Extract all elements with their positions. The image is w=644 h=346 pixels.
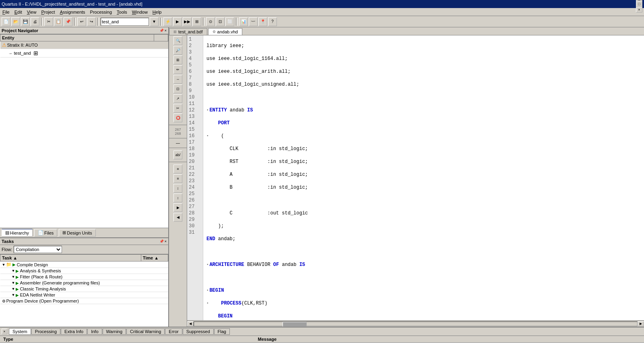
files-icon: 📄: [38, 230, 43, 235]
bottom-tab-error[interactable]: Error: [165, 328, 182, 335]
menu-window[interactable]: Window: [130, 9, 150, 15]
horizontal-scrollbar[interactable]: ◀ ▶: [187, 320, 644, 327]
sidebar-btn-6[interactable]: ⊡: [173, 84, 182, 93]
menu-assignments[interactable]: Assignments: [58, 9, 88, 15]
tech-btn[interactable]: ⊡: [216, 17, 225, 26]
chip-btn[interactable]: ⬜: [225, 17, 234, 26]
code-text[interactable]: library ieee; use ieee.std_logic_1164.al…: [203, 35, 644, 320]
fold-icon-21[interactable]: ▪: [206, 300, 208, 307]
sidebar-btn-14[interactable]: ↕: [173, 194, 182, 202]
tasks-close-btn[interactable]: ×: [165, 239, 167, 243]
flow-select[interactable]: Compilation: [14, 246, 62, 253]
scroll-left-btn[interactable]: ◀: [187, 321, 194, 326]
timing-btn[interactable]: 📊: [239, 17, 248, 26]
fold-icon-8[interactable]: ▪: [206, 133, 208, 139]
redo-btn[interactable]: ↪: [87, 17, 96, 26]
bottom-tab-warning[interactable]: Warning: [103, 328, 126, 335]
sidebar-btn-11[interactable]: ≡: [173, 165, 182, 173]
nav-col-entity: Entity: [0, 35, 154, 41]
analyze-btn[interactable]: ▶: [173, 17, 182, 26]
menu-file[interactable]: File: [0, 9, 12, 15]
copy-btn[interactable]: 📋: [54, 17, 63, 26]
tab-andab-vhd[interactable]: ⚙ andab.vhd: [208, 28, 242, 35]
sidebar-btn-5[interactable]: ↔: [173, 75, 182, 84]
bottom-tab-flag[interactable]: Flag: [214, 328, 230, 335]
menu-view[interactable]: View: [25, 9, 39, 15]
paste-btn[interactable]: 📌: [64, 17, 72, 26]
search-input[interactable]: test_and: [101, 18, 149, 26]
sep6: [236, 18, 237, 26]
tasks-pin-btn[interactable]: 📌: [159, 239, 164, 243]
pin-btn[interactable]: 📍: [258, 17, 267, 26]
task-compile-label: Compile Design: [17, 262, 48, 267]
code-line-8: ▪ (: [206, 133, 641, 139]
undo-btn[interactable]: ↩: [77, 17, 86, 26]
toolbar-dropdown-btn[interactable]: ▼: [150, 17, 159, 26]
sidebar-btn-10[interactable]: ab/: [173, 150, 182, 159]
sep1: [41, 18, 43, 26]
tab-test-and-bdf[interactable]: ⊞ test_and.bdf: [169, 28, 207, 35]
sidebar-btn-16[interactable]: ◀: [173, 213, 182, 222]
menu-tools[interactable]: Tools: [114, 9, 130, 15]
menu-edit[interactable]: Edit: [12, 9, 25, 15]
code-line-3: use ieee.std_logic_arith.all;: [206, 68, 641, 75]
menu-project[interactable]: Project: [39, 9, 57, 15]
fold-icon-18[interactable]: ▪: [206, 262, 208, 268]
cut-btn[interactable]: ✂: [44, 17, 53, 26]
nav-close-btn[interactable]: ×: [165, 29, 167, 33]
sep4: [160, 18, 162, 26]
design-units-icon: ⊞: [62, 230, 66, 235]
sidebar-btn-1[interactable]: 🔍: [173, 36, 182, 45]
nav-col-2: [154, 35, 168, 41]
tasks-content: Task ▲ Time ▲ ▼ 📁 ▶ Compile Desig: [0, 254, 168, 327]
expand-icon-3: ▼: [12, 275, 15, 279]
scroll-track[interactable]: [194, 321, 638, 326]
synth-btn[interactable]: ▶▶: [183, 17, 192, 26]
fold-icon-6[interactable]: ▪: [206, 107, 208, 113]
bottom-tab-extra-info[interactable]: Extra Info: [61, 328, 87, 335]
rtl-btn[interactable]: ⊙: [206, 17, 215, 26]
bottom-tab-info[interactable]: Info: [87, 328, 102, 335]
nav-row-test-and[interactable]: → test_and ⊞: [0, 49, 168, 58]
sidebar-btn-15[interactable]: ▶: [173, 203, 182, 212]
compile-btn[interactable]: ⚡: [163, 17, 172, 26]
sidebar-btn-8[interactable]: ✂: [173, 104, 182, 113]
bottom-tab-processing[interactable]: Processing: [31, 328, 60, 335]
code-line-20: ▪BEGIN: [206, 287, 641, 294]
nav-tab-design-units[interactable]: ⊞ Design Units: [59, 229, 95, 237]
maximize-btn[interactable]: □: [636, 1, 642, 7]
nav-pin-btn[interactable]: 📌: [159, 29, 164, 33]
sidebar-btn-4[interactable]: ✏: [173, 65, 182, 74]
sidebar-btn-12[interactable]: ≡: [173, 174, 182, 183]
nav-tab-hierarchy[interactable]: ▤ Hierarchy: [2, 229, 33, 237]
code-content[interactable]: 12345 678910 1112131415 1617181920 21222…: [187, 35, 644, 320]
sidebar-btn-3[interactable]: ⊞: [173, 56, 182, 64]
sidebar-btn-13[interactable]: ↕: [173, 184, 182, 193]
fit-btn[interactable]: ⊞: [192, 17, 201, 26]
bottom-tab-system[interactable]: System: [9, 328, 31, 335]
menu-processing[interactable]: Processing: [88, 9, 114, 15]
bottom-tab-critical-warning[interactable]: Critical Warning: [126, 328, 165, 335]
nav-stratix-label: Stratix II: AUTO: [7, 43, 38, 47]
sidebar-btn-2[interactable]: 🔎: [173, 46, 182, 55]
new-btn[interactable]: 📄: [2, 17, 10, 26]
open-btn[interactable]: 📂: [11, 17, 20, 26]
fold-icon-20[interactable]: ▪: [206, 287, 208, 294]
save-btn[interactable]: 💾: [21, 17, 30, 26]
nav-tab-files[interactable]: 📄 Files: [34, 229, 57, 237]
close-bottom-btn[interactable]: ×: [2, 329, 7, 334]
print-btn[interactable]: 🖨: [31, 17, 39, 26]
task-row-compile: ▼ 📁 ▶ Compile Design: [0, 262, 168, 268]
scroll-thumb[interactable]: [283, 322, 307, 327]
scroll-right-btn[interactable]: ▶: [638, 321, 644, 326]
bottom-tab-suppressed[interactable]: Suppressed: [183, 328, 214, 335]
sidebar-btn-9[interactable]: ⭕: [173, 113, 182, 122]
expand-icon-4: ▼: [12, 281, 15, 285]
code-line-2: use ieee.std_logic_1164.all;: [206, 56, 641, 62]
sim-btn[interactable]: 〰: [249, 17, 258, 26]
close-btn[interactable]: ×: [636, 7, 642, 12]
sidebar-btn-7[interactable]: ↗: [173, 94, 182, 103]
warning-icon: ⚠: [2, 42, 6, 48]
menu-help[interactable]: Help: [150, 9, 164, 15]
help-btn2[interactable]: ?: [268, 17, 277, 26]
